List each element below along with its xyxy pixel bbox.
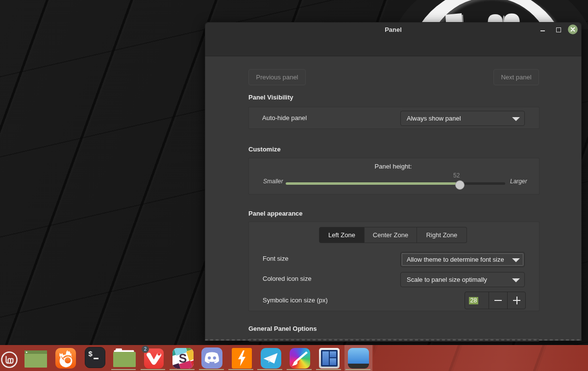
- svg-text:S: S: [179, 351, 187, 365]
